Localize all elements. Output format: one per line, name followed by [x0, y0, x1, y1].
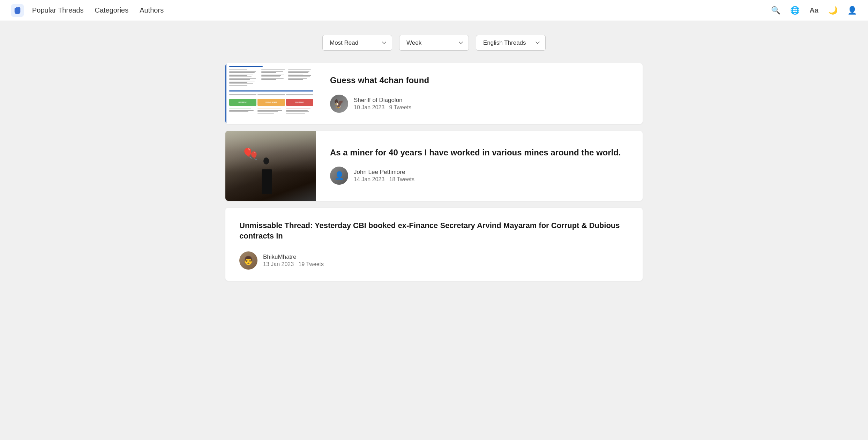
- author-name: BhikuMhatre: [263, 254, 324, 261]
- logo-icon[interactable]: [11, 4, 24, 17]
- nav-icons: 🔍 🌐 Aa 🌙 👤: [771, 6, 857, 15]
- thread-meta: Sheriff of Diagolon 10 Jan 2023 9 Tweets: [330, 95, 429, 113]
- period-filter[interactable]: Day Week Month Year All Time: [399, 35, 469, 51]
- thread-content: As a miner for 40 years I have worked in…: [316, 131, 635, 201]
- tweet-count: 19 Tweets: [298, 261, 324, 267]
- author-name: Sheriff of Diagolon: [354, 97, 411, 104]
- thread-date: 10 Jan 2023: [354, 104, 384, 110]
- nav-popular-threads[interactable]: Popular Threads: [32, 6, 84, 14]
- document-preview: LOW IMPACT MEDIUM IMPACT HIGH IMPACT: [225, 63, 316, 124]
- thread-stats: 14 Jan 2023 18 Tweets: [354, 176, 414, 183]
- navigation: Popular Threads Categories Authors 🔍 🌐 A…: [0, 0, 868, 21]
- thread-card[interactable]: LOW IMPACT MEDIUM IMPACT HIGH IMPACT: [225, 63, 643, 124]
- author-info: John Lee Pettimore 14 Jan 2023 18 Tweets: [354, 169, 414, 183]
- thread-thumbnail: LOW IMPACT MEDIUM IMPACT HIGH IMPACT: [225, 63, 316, 124]
- thread-thumbnail: 🎈 🎈: [225, 131, 316, 201]
- main-content: Most Read Most Liked Most Recent Day Wee…: [217, 21, 651, 302]
- author-avatar: [330, 167, 348, 185]
- thread-content: Guess what 4chan found Sheriff of Diagol…: [316, 63, 443, 124]
- user-profile-icon[interactable]: 👤: [847, 6, 857, 15]
- author-avatar: [330, 95, 348, 113]
- globe-icon[interactable]: 🌐: [790, 6, 800, 15]
- nav-links: Popular Threads Categories Authors: [32, 6, 771, 14]
- author-info: BhikuMhatre 13 Jan 2023 19 Tweets: [263, 254, 324, 267]
- nav-categories[interactable]: Categories: [95, 6, 129, 14]
- thread-meta: John Lee Pettimore 14 Jan 2023 18 Tweets: [330, 167, 621, 185]
- author-avatar: [239, 251, 257, 270]
- font-size-icon[interactable]: Aa: [809, 6, 818, 14]
- thread-card[interactable]: 🎈 🎈 As a miner for 40 years I have worke…: [225, 131, 643, 201]
- search-icon[interactable]: 🔍: [771, 6, 780, 15]
- thread-title: Unmissable Thread: Yesterday CBI booked …: [239, 220, 629, 242]
- language-filter[interactable]: English Threads All Languages Hindi Thre…: [476, 35, 546, 51]
- sort-filter[interactable]: Most Read Most Liked Most Recent: [322, 35, 392, 51]
- thread-title: Guess what 4chan found: [330, 74, 429, 86]
- author-name: John Lee Pettimore: [354, 169, 414, 176]
- tweet-count: 9 Tweets: [389, 104, 411, 110]
- filters-bar: Most Read Most Liked Most Recent Day Wee…: [225, 35, 643, 51]
- author-info: Sheriff of Diagolon 10 Jan 2023 9 Tweets: [354, 97, 411, 111]
- thread-card[interactable]: Unmissable Thread: Yesterday CBI booked …: [225, 208, 643, 281]
- dark-mode-icon[interactable]: 🌙: [828, 6, 838, 15]
- tweet-count: 18 Tweets: [389, 176, 414, 182]
- thread-stats: 13 Jan 2023 19 Tweets: [263, 261, 324, 267]
- thread-title: As a miner for 40 years I have worked in…: [330, 147, 621, 159]
- thread-date: 14 Jan 2023: [354, 176, 384, 182]
- thread-meta: BhikuMhatre 13 Jan 2023 19 Tweets: [239, 251, 629, 270]
- thread-date: 13 Jan 2023: [263, 261, 294, 267]
- nav-authors[interactable]: Authors: [140, 6, 164, 14]
- thread-stats: 10 Jan 2023 9 Tweets: [354, 104, 411, 111]
